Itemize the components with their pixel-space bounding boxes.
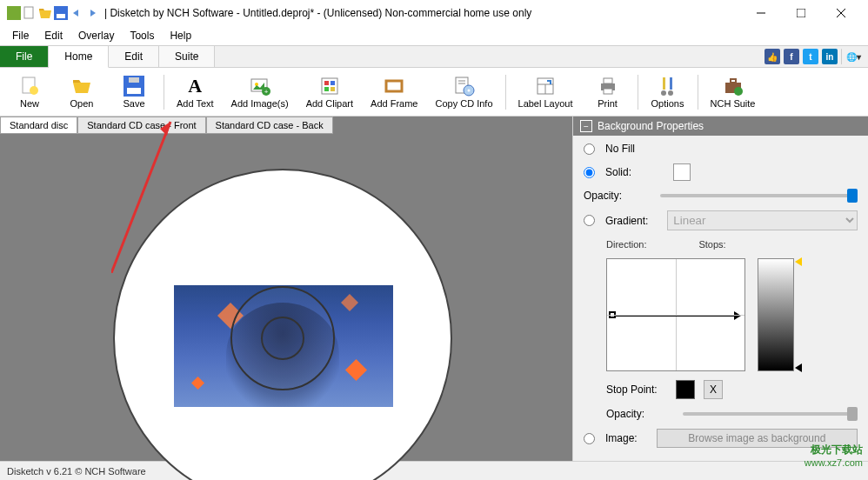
- menu-file[interactable]: File: [5, 28, 36, 43]
- title-bar: | Disketch by NCH Software - Untitled.de…: [0, 0, 868, 26]
- add-images-button[interactable]: + Add Image(s): [223, 74, 297, 110]
- copy-cd-info-button[interactable]: Copy CD Info: [426, 74, 501, 110]
- image-radio[interactable]: Image: Browse image as background: [584, 429, 858, 448]
- separator: [505, 75, 506, 110]
- direction-label: Direction:: [606, 239, 646, 250]
- doc-tab-disc[interactable]: Standard disc: [0, 117, 77, 134]
- add-text-button[interactable]: A Add Text: [168, 74, 223, 110]
- menu-tools[interactable]: Tools: [123, 28, 161, 43]
- no-fill-input[interactable]: [584, 143, 595, 155]
- solid-input[interactable]: [584, 167, 595, 178]
- ribbon-tabs: File Home Edit Suite 👍 f t in 🌐▾: [0, 45, 868, 68]
- svg-rect-11: [127, 88, 141, 94]
- open-folder-icon[interactable]: [38, 6, 52, 20]
- menu-help[interactable]: Help: [163, 28, 198, 43]
- save-disk-icon[interactable]: [54, 6, 68, 20]
- image-input[interactable]: [584, 433, 595, 444]
- svg-rect-19: [331, 81, 335, 85]
- tab-home[interactable]: Home: [49, 46, 109, 68]
- add-images-label: Add Image(s): [231, 98, 289, 109]
- stop-color-swatch[interactable]: [676, 380, 695, 399]
- save-icon: [124, 76, 144, 97]
- doc-tab-back[interactable]: Standard CD case - Back: [206, 117, 333, 134]
- gradient-input[interactable]: [584, 215, 595, 226]
- redo-icon[interactable]: [85, 6, 99, 20]
- images-icon: +: [250, 76, 270, 97]
- collapse-icon[interactable]: −: [580, 120, 592, 132]
- document-tabs: Standard disc Standard CD case - Front S…: [0, 117, 333, 134]
- solid-radio[interactable]: Solid:: [584, 163, 858, 181]
- add-clipart-button[interactable]: Add Clipart: [297, 74, 362, 110]
- add-clipart-label: Add Clipart: [306, 98, 353, 109]
- no-fill-radio[interactable]: No Fill: [584, 143, 858, 155]
- options-icon: [658, 76, 678, 97]
- gradient-type-select[interactable]: Linear: [667, 210, 858, 230]
- svg-rect-34: [663, 77, 665, 90]
- label-layout-button[interactable]: Label Layout: [510, 74, 582, 110]
- minimize-button[interactable]: [741, 0, 781, 26]
- canvas-area[interactable]: Standard disc Standard CD case - Front S…: [0, 117, 572, 461]
- stop-marker-bottom[interactable]: [795, 363, 802, 372]
- facebook-icon[interactable]: f: [784, 49, 799, 64]
- disc-preview[interactable]: [113, 169, 452, 480]
- new-button[interactable]: New: [3, 74, 56, 110]
- browse-image-button[interactable]: Browse image as background: [657, 429, 858, 448]
- delete-stop-button[interactable]: X: [704, 380, 723, 399]
- new-label: New: [20, 98, 39, 109]
- nch-suite-button[interactable]: NCH Suite: [702, 74, 765, 110]
- svg-point-9: [30, 86, 38, 95]
- options-button[interactable]: Options: [642, 74, 694, 110]
- menu-edit[interactable]: Edit: [37, 28, 70, 43]
- svg-rect-22: [386, 81, 402, 91]
- thumbs-up-icon[interactable]: 👍: [765, 49, 780, 64]
- svg-point-40: [734, 87, 743, 96]
- separator: [841, 49, 842, 64]
- separator: [164, 75, 164, 110]
- print-button[interactable]: Print: [582, 74, 634, 110]
- close-button[interactable]: [821, 0, 861, 26]
- svg-point-37: [668, 90, 673, 96]
- svg-rect-33: [604, 89, 612, 94]
- gradient-opacity-slider[interactable]: [683, 412, 858, 416]
- nch-suite-label: NCH Suite: [711, 98, 756, 109]
- svg-rect-21: [331, 87, 335, 91]
- solid-color-swatch[interactable]: [673, 163, 691, 181]
- svg-point-36: [661, 90, 666, 96]
- add-frame-button[interactable]: Add Frame: [362, 74, 426, 110]
- tab-file[interactable]: File: [0, 46, 49, 67]
- svg-rect-3: [57, 14, 65, 18]
- label-layout-label: Label Layout: [518, 98, 573, 109]
- opacity-slider[interactable]: [660, 194, 858, 197]
- help-dropdown-icon[interactable]: 🌐▾: [845, 49, 861, 64]
- layout-icon: [535, 76, 556, 97]
- svg-rect-5: [797, 9, 805, 17]
- tab-suite[interactable]: Suite: [159, 46, 215, 67]
- clipart-icon: [319, 76, 340, 97]
- gradient-stops-control[interactable]: [758, 258, 794, 371]
- gradient-radio[interactable]: Gradient: Linear: [584, 210, 858, 230]
- add-frame-label: Add Frame: [371, 98, 417, 109]
- tab-edit[interactable]: Edit: [109, 46, 159, 67]
- gradient-opacity-label: Opacity:: [606, 408, 676, 420]
- new-doc-icon[interactable]: [23, 6, 37, 20]
- undo-icon[interactable]: [70, 6, 83, 20]
- doc-tab-front[interactable]: Standard CD case - Front: [77, 117, 205, 134]
- svg-rect-18: [324, 81, 329, 85]
- text-icon: A: [184, 76, 205, 97]
- maximize-button[interactable]: [781, 0, 821, 26]
- linkedin-icon[interactable]: in: [822, 49, 838, 64]
- solid-label: Solid:: [605, 166, 631, 178]
- suite-icon: [723, 76, 744, 97]
- twitter-icon[interactable]: t: [803, 49, 818, 64]
- content-area: Standard disc Standard CD case - Front S…: [0, 117, 868, 461]
- properties-panel: − Background Properties No Fill Solid: O…: [572, 117, 868, 461]
- open-button[interactable]: Open: [56, 74, 108, 110]
- svg-text:+: +: [264, 88, 268, 96]
- direction-control[interactable]: [606, 258, 745, 371]
- properties-header[interactable]: − Background Properties: [573, 117, 868, 136]
- stop-marker-top[interactable]: [795, 257, 802, 266]
- save-button[interactable]: Save: [108, 74, 160, 110]
- menu-overlay[interactable]: Overlay: [71, 28, 121, 43]
- open-label: Open: [70, 98, 94, 109]
- window-title: | Disketch by NCH Software - Untitled.de…: [104, 7, 741, 19]
